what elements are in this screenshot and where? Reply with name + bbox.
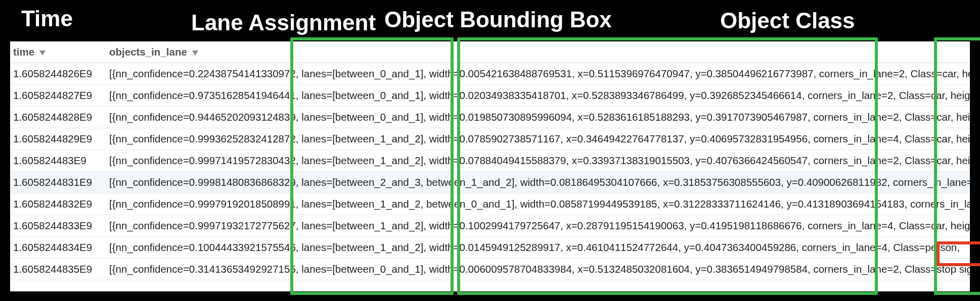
annotation-title-object-class: Object Class bbox=[720, 8, 855, 33]
cell-objects-in-lane: [{nn_confidence=0.99979192018508991, lan… bbox=[106, 193, 970, 215]
table-row: 1.6058244834E9[{nn_confidence=0.10044433… bbox=[10, 237, 970, 259]
column-header-objects-label: objects_in_lane bbox=[109, 46, 187, 58]
svg-marker-0 bbox=[39, 51, 46, 56]
cell-objects-in-lane: [{nn_confidence=0.99971932172775627, lan… bbox=[106, 215, 970, 237]
table-row: 1.6058244827E9[{nn_confidence=0.97351628… bbox=[10, 85, 970, 107]
cell-time: 1.6058244826E9 bbox=[10, 63, 106, 85]
cell-objects-in-lane: [{nn_confidence=0.22438754141330972, lan… bbox=[106, 63, 970, 85]
cell-time: 1.605824483E9 bbox=[10, 150, 106, 172]
cell-objects-in-lane: [{nn_confidence=0.31413653492927155, lan… bbox=[106, 259, 970, 280]
column-header-time[interactable]: time bbox=[10, 41, 106, 63]
figure-root: Time Lane Assignment Object Bounding Box… bbox=[0, 0, 980, 301]
cell-objects-in-lane: [{nn_confidence=0.99936252832412872, lan… bbox=[106, 128, 970, 150]
table-row: 1.6058244826E9[{nn_confidence=0.22438754… bbox=[10, 63, 970, 85]
table-row: 1.6058244835E9[{nn_confidence=0.31413653… bbox=[10, 259, 970, 280]
data-table: time objects_in_lane 1.6058244826E9[{nn_… bbox=[10, 41, 970, 280]
cell-objects-in-lane: [{nn_confidence=0.97351628541946441, lan… bbox=[106, 85, 970, 107]
table-row: 1.6058244832E9[{nn_confidence=0.99979192… bbox=[10, 193, 970, 215]
cell-time: 1.6058244829E9 bbox=[10, 128, 106, 150]
cell-time: 1.6058244833E9 bbox=[10, 215, 106, 237]
annotation-title-object-bounding-box: Object Bounding Box bbox=[384, 7, 612, 32]
table-row: 1.6058244828E9[{nn_confidence=0.94465202… bbox=[10, 107, 970, 128]
column-header-time-label: time bbox=[13, 46, 34, 58]
svg-marker-1 bbox=[192, 51, 198, 56]
cell-objects-in-lane: [{nn_confidence=0.10044433921575546, lan… bbox=[106, 237, 970, 259]
cell-objects-in-lane: [{nn_confidence=0.99971419572830432, lan… bbox=[106, 150, 970, 172]
cell-time: 1.6058244827E9 bbox=[10, 85, 106, 107]
column-header-objects-in-lane[interactable]: objects_in_lane bbox=[106, 41, 970, 63]
cell-time: 1.6058244834E9 bbox=[10, 237, 106, 259]
annotation-title-time: Time bbox=[21, 6, 73, 31]
data-table-panel: time objects_in_lane 1.6058244826E9[{nn_… bbox=[10, 41, 970, 291]
table-row: 1.6058244831E9[{nn_confidence=0.99981480… bbox=[10, 172, 970, 193]
annotation-title-lane-assignment: Lane Assignment bbox=[191, 10, 376, 35]
table-row: 1.6058244829E9[{nn_confidence=0.99936252… bbox=[10, 128, 970, 150]
table-body: 1.6058244826E9[{nn_confidence=0.22438754… bbox=[10, 63, 970, 280]
cell-time: 1.6058244831E9 bbox=[10, 172, 106, 193]
cell-time: 1.6058244835E9 bbox=[10, 259, 106, 280]
cell-objects-in-lane: [{nn_confidence=0.94465202093124839, lan… bbox=[106, 107, 970, 128]
table-row: 1.605824483E9[{nn_confidence=0.999714195… bbox=[10, 150, 970, 172]
sort-icon[interactable] bbox=[192, 51, 198, 56]
cell-time: 1.6058244832E9 bbox=[10, 193, 106, 215]
table-header-row: time objects_in_lane bbox=[10, 41, 970, 63]
cell-objects-in-lane: [{nn_confidence=0.99981480836868329, lan… bbox=[106, 172, 970, 193]
cell-time: 1.6058244828E9 bbox=[10, 107, 106, 128]
sort-icon[interactable] bbox=[39, 51, 46, 56]
table-row: 1.6058244833E9[{nn_confidence=0.99971932… bbox=[10, 215, 970, 237]
